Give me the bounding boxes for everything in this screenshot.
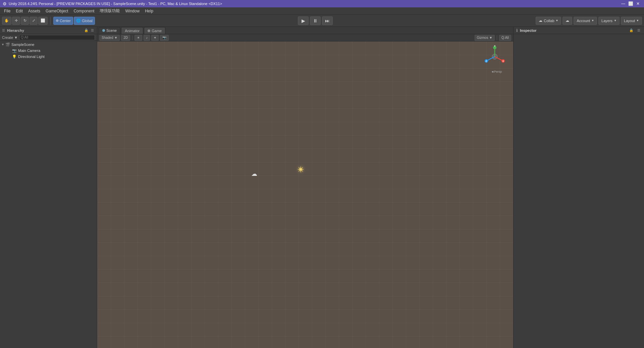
layers-button[interactable]: Layers ▼ bbox=[598, 17, 620, 25]
menu-edit[interactable]: Edit bbox=[13, 8, 25, 14]
step-button[interactable]: ⏭ bbox=[322, 16, 333, 25]
hierarchy-search-bar: Create ▼ bbox=[0, 34, 97, 41]
inspector-lock-button[interactable]: 🔒 bbox=[629, 28, 634, 33]
scale-tool-button[interactable]: ⤢ bbox=[30, 17, 38, 25]
tab-game[interactable]: Game bbox=[144, 27, 165, 34]
menu-zengqiang[interactable]: 增强版功能 bbox=[97, 7, 122, 14]
svg-text:Z: Z bbox=[486, 60, 487, 62]
viewport-grid bbox=[97, 42, 513, 348]
tree-item-directionallight[interactable]: 💡 Directional Light bbox=[0, 54, 97, 60]
2d-button[interactable]: 2D bbox=[121, 35, 130, 41]
menu-assets[interactable]: Assets bbox=[25, 8, 43, 14]
main-layout: ☰ Hierarchy 🔒 ☰ Create ▼ ▼ 🎬 SampleScene… bbox=[0, 27, 644, 348]
inspector-menu-button[interactable]: ☰ bbox=[636, 28, 641, 33]
cloud-icon: ☁ bbox=[251, 170, 257, 178]
animator-tab-label: Animator bbox=[125, 29, 140, 33]
close-button[interactable]: ✕ bbox=[635, 1, 641, 7]
menu-gameobject[interactable]: GameObject bbox=[43, 8, 71, 14]
shaded-dropdown[interactable]: Shaded ▼ bbox=[99, 35, 120, 41]
gizmos-dropdown[interactable]: Gizmos ▼ bbox=[475, 35, 495, 41]
tree-item-samplescene[interactable]: ▼ 🎬 SampleScene bbox=[0, 42, 97, 48]
pause-button[interactable]: ⏸ bbox=[310, 16, 321, 25]
qrall-search[interactable]: Q∶All bbox=[499, 35, 511, 41]
collab-dropdown-icon: ▼ bbox=[556, 19, 558, 22]
hierarchy-tree: ▼ 🎬 SampleScene 📷 Main Camera 💡 Directio… bbox=[0, 41, 97, 348]
light-icon: 💡 bbox=[12, 55, 17, 59]
title-text: Unity 2018.4.24f1 Personal - [PREVIEW PA… bbox=[9, 2, 620, 6]
hierarchy-icon: ☰ bbox=[2, 28, 5, 32]
game-tab-dot bbox=[148, 29, 150, 32]
inspector-icon: ℹ bbox=[516, 28, 518, 33]
toolbar-right: ☁ Collab ▼ ☁ Account ▼ Layers ▼ Layout ▼ bbox=[536, 17, 642, 25]
center-button[interactable]: ⊕ Center bbox=[53, 17, 73, 25]
menu-window[interactable]: Window bbox=[122, 8, 142, 14]
unity-icon: ⚙ bbox=[3, 1, 7, 6]
hierarchy-header: ☰ Hierarchy 🔒 ☰ bbox=[0, 27, 97, 34]
tree-item-maincamera[interactable]: 📷 Main Camera bbox=[0, 48, 97, 54]
toolbar: ✋ ✛ ↻ ⤢ ⬜ ⊕ Center 🌐 Global ▶ ⏸ ⏭ ☁ Coll… bbox=[0, 15, 644, 27]
rect-tool-button[interactable]: ⬜ bbox=[38, 17, 48, 25]
menu-help[interactable]: Help bbox=[142, 8, 156, 14]
tool-group: ✋ ✛ ↻ ⤢ ⬜ bbox=[2, 17, 48, 25]
title-bar: ⚙ Unity 2018.4.24f1 Personal - [PREVIEW … bbox=[0, 0, 644, 7]
scene-viewport[interactable]: ✴ ☁ Y X Z bbox=[97, 42, 513, 348]
tab-animator[interactable]: Animator bbox=[121, 27, 143, 34]
global-icon: 🌐 bbox=[76, 18, 81, 23]
cloud-button[interactable]: ☁ bbox=[562, 17, 572, 25]
menu-file[interactable]: File bbox=[1, 8, 13, 14]
pivot-group: ⊕ Center 🌐 Global bbox=[53, 17, 95, 25]
expand-arrow: ▼ bbox=[1, 43, 5, 46]
tab-scene[interactable]: Scene bbox=[99, 27, 120, 34]
maximize-button[interactable]: ⬜ bbox=[627, 1, 634, 7]
game-tab-label: Game bbox=[152, 29, 162, 33]
playback-controls: ▶ ⏸ ⏭ bbox=[96, 16, 534, 25]
scene-tab-dot bbox=[102, 29, 105, 32]
play-button[interactable]: ▶ bbox=[298, 16, 309, 25]
scene-tabs: Scene Animator Game bbox=[97, 27, 513, 34]
toolbar-separator-1 bbox=[50, 17, 51, 25]
hierarchy-lock-button[interactable]: 🔒 bbox=[84, 28, 89, 33]
scene-toolbar: Shaded ▼ 2D ☀ ♪ ✦ 📷 Gizmos ▼ Q∶All bbox=[97, 34, 513, 42]
layout-dropdown-icon: ▼ bbox=[636, 19, 639, 22]
directional-light-label: Directional Light bbox=[18, 55, 45, 59]
minimize-button[interactable]: — bbox=[620, 1, 627, 7]
hierarchy-controls: 🔒 ☰ bbox=[84, 28, 95, 33]
inspector-content bbox=[514, 34, 644, 348]
hierarchy-search-input[interactable] bbox=[19, 35, 95, 40]
hierarchy-menu-button[interactable]: ☰ bbox=[90, 28, 95, 33]
main-camera-label: Main Camera bbox=[18, 49, 40, 53]
menu-component[interactable]: Component bbox=[71, 8, 97, 14]
window-controls: — ⬜ ✕ bbox=[620, 1, 641, 7]
inspector-panel: ℹ Inspector 🔒 ☰ bbox=[513, 27, 644, 348]
2d-label: 2D bbox=[123, 36, 128, 40]
center-label: Center bbox=[60, 19, 71, 23]
account-dropdown-icon: ▼ bbox=[591, 19, 594, 22]
shaded-arrow: ▼ bbox=[114, 36, 117, 40]
center-area: Scene Animator Game Shaded ▼ 2D ☀ ♪ ✦ 📷 bbox=[97, 27, 513, 348]
hierarchy-panel: ☰ Hierarchy 🔒 ☰ Create ▼ ▼ 🎬 SampleScene… bbox=[0, 27, 97, 348]
svg-text:X: X bbox=[502, 60, 504, 62]
scene-tb-sep bbox=[132, 36, 132, 40]
layout-label: Layout bbox=[624, 19, 635, 23]
effects-icon-btn[interactable]: ✦ bbox=[151, 35, 159, 41]
hand-tool-button[interactable]: ✋ bbox=[2, 17, 11, 25]
layout-button[interactable]: Layout ▼ bbox=[621, 17, 642, 25]
gizmos-label: Gizmos ▼ bbox=[477, 36, 493, 40]
global-button[interactable]: 🌐 Global bbox=[74, 17, 95, 25]
hierarchy-title: Hierarchy bbox=[7, 28, 82, 32]
gizmo-persp-label[interactable]: ◄Persp bbox=[483, 70, 510, 73]
create-button[interactable]: Create ▼ bbox=[2, 36, 18, 40]
layers-dropdown-icon: ▼ bbox=[614, 19, 616, 22]
camera-overlay-btn[interactable]: 📷 bbox=[160, 35, 169, 41]
scene-gizmo: Y X Z ◄Persp bbox=[483, 45, 510, 75]
qrall-label: Q∶All bbox=[501, 36, 509, 40]
audio-icon-btn[interactable]: ♪ bbox=[144, 35, 150, 41]
sun-icon-btn[interactable]: ☀ bbox=[135, 35, 142, 41]
collab-button[interactable]: ☁ Collab ▼ bbox=[536, 17, 561, 25]
move-tool-button[interactable]: ✛ bbox=[12, 17, 20, 25]
camera-icon: 📷 bbox=[12, 49, 17, 53]
account-button[interactable]: Account ▼ bbox=[574, 17, 597, 25]
menu-bar: File Edit Assets GameObject Component 增强… bbox=[0, 7, 644, 15]
svg-text:Y: Y bbox=[494, 45, 496, 47]
rotate-tool-button[interactable]: ↻ bbox=[21, 17, 29, 25]
